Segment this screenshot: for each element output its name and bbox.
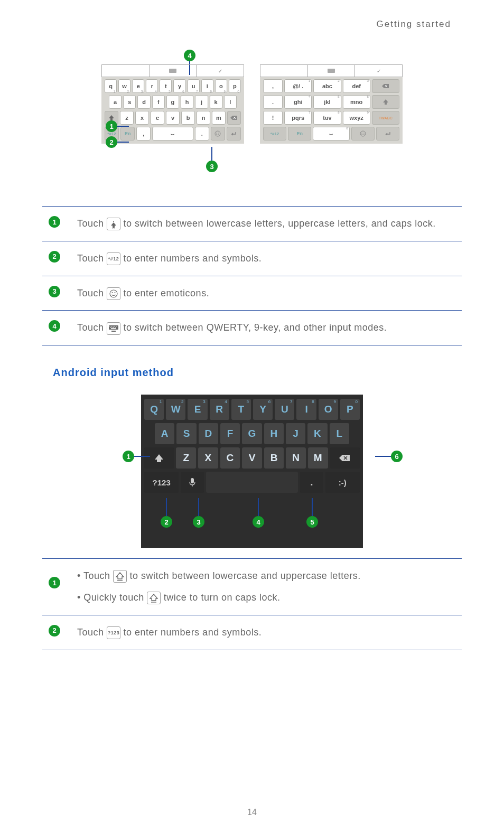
key-e[interactable]: e3: [132, 79, 144, 93]
key-h[interactable]: h: [181, 95, 193, 109]
svg-rect-22: [115, 327, 116, 327]
dropdown-icon[interactable]: ✓: [355, 65, 402, 77]
key-mno[interactable]: 6mno: [343, 95, 370, 109]
return-key[interactable]: [376, 127, 399, 141]
key-@/ .[interactable]: 1@/ .: [284, 79, 312, 93]
input-mode-icon[interactable]: [149, 65, 197, 77]
symbols-icon: ?123: [107, 626, 120, 639]
key-G[interactable]: G: [242, 423, 262, 444]
key-c[interactable]: c: [151, 111, 164, 125]
key-y[interactable]: y6: [173, 79, 185, 93]
comma-key[interactable]: ,: [136, 127, 151, 141]
period-key[interactable]: .: [300, 472, 323, 493]
key-k[interactable]: k: [210, 95, 222, 109]
page-number: 14: [247, 808, 257, 817]
key-A[interactable]: A: [155, 423, 174, 444]
key-f[interactable]: f: [152, 95, 165, 109]
return-key[interactable]: [227, 127, 241, 141]
alpha-key[interactable]: TWABC: [372, 111, 399, 125]
key-w[interactable]: w2: [118, 79, 130, 93]
key-q[interactable]: q1: [105, 79, 117, 93]
key-i[interactable]: i8: [201, 79, 213, 93]
list-badge-3: 3: [49, 286, 60, 297]
key-T[interactable]: T5: [231, 399, 251, 420]
key-,[interactable]: ,: [263, 79, 283, 93]
key-j[interactable]: j: [195, 95, 208, 109]
key-H[interactable]: H: [264, 423, 284, 444]
key-ghi[interactable]: 4ghi: [284, 95, 312, 109]
key-Q[interactable]: Q1: [144, 399, 164, 420]
dropdown-icon[interactable]: ✓: [197, 65, 244, 77]
key-n[interactable]: n: [197, 111, 210, 125]
desc-text-3: Touch to enter emoticons.: [77, 286, 209, 301]
key-L[interactable]: L: [330, 423, 349, 444]
key-J[interactable]: J: [286, 423, 305, 444]
backspace-key[interactable]: [227, 111, 241, 125]
key-r[interactable]: r4: [146, 79, 158, 93]
key-tuv[interactable]: 8tuv: [313, 111, 341, 125]
key-R[interactable]: R4: [210, 399, 229, 420]
key-def[interactable]: 3def: [343, 79, 370, 93]
key-N[interactable]: N: [286, 447, 306, 469]
key-![interactable]: !: [263, 111, 283, 125]
emoticon-key[interactable]: [211, 127, 225, 141]
key-v[interactable]: v: [166, 111, 180, 125]
key-I[interactable]: I8: [296, 399, 316, 420]
key-x[interactable]: x: [135, 111, 149, 125]
symbols-key[interactable]: ?123: [144, 472, 179, 493]
key-u[interactable]: u7: [188, 79, 200, 93]
svg-rect-25: [191, 478, 194, 483]
key-Y[interactable]: Y6: [253, 399, 273, 420]
backspace-key[interactable]: [372, 79, 399, 93]
svg-rect-18: [116, 326, 117, 326]
key-o[interactable]: o9: [215, 79, 227, 93]
key-O[interactable]: O9: [319, 399, 338, 420]
key-t[interactable]: t5: [160, 79, 172, 93]
emoticon-key[interactable]: [351, 127, 375, 141]
shift-key[interactable]: [372, 95, 399, 109]
key-Z[interactable]: Z: [176, 447, 196, 469]
key-P[interactable]: P0: [340, 399, 360, 420]
callout-a1: 1: [123, 451, 150, 462]
callout-a6: 6: [375, 451, 403, 462]
key-m[interactable]: m: [212, 111, 226, 125]
input-mode-icon[interactable]: [307, 65, 356, 77]
key-abc[interactable]: 2abc: [313, 79, 341, 93]
key-pqrs[interactable]: 7pqrs: [284, 111, 312, 125]
emoticon-key[interactable]: :-): [325, 472, 360, 493]
svg-point-1: [215, 131, 220, 136]
key-s[interactable]: s: [123, 95, 136, 109]
key-X[interactable]: X: [198, 447, 218, 469]
symbols-key[interactable]: *#12: [263, 127, 286, 141]
space-key[interactable]: [206, 472, 298, 493]
key-b[interactable]: b: [181, 111, 195, 125]
space-key[interactable]: ⌣: [152, 127, 193, 141]
lang-key[interactable]: En: [288, 127, 311, 141]
key-E[interactable]: E3: [188, 399, 207, 420]
backspace-key[interactable]: [330, 447, 360, 469]
period-key[interactable]: .: [195, 127, 209, 141]
desc-table-1: 1 Touch A to switch between lowercase le…: [42, 206, 462, 345]
voice-key[interactable]: [181, 472, 204, 493]
key-d[interactable]: d: [137, 95, 150, 109]
key-jkl[interactable]: 5jkl: [313, 95, 341, 109]
key-M[interactable]: M: [308, 447, 328, 469]
key-D[interactable]: D: [199, 423, 218, 444]
key-a[interactable]: a: [109, 95, 122, 109]
key-p[interactable]: p0: [229, 79, 241, 93]
key-g[interactable]: g: [166, 95, 179, 109]
key-.[interactable]: .: [263, 95, 283, 109]
key-F[interactable]: F: [220, 423, 240, 444]
kb-top-tabs: ✓: [260, 64, 403, 77]
desc-text-2: Touch *#12 to enter numbers and symbols.: [77, 251, 262, 266]
key-l[interactable]: l: [224, 95, 237, 109]
key-C[interactable]: C: [220, 447, 240, 469]
key-S[interactable]: S: [176, 423, 196, 444]
key-U[interactable]: U7: [275, 399, 294, 420]
key-K[interactable]: K: [307, 423, 327, 444]
key-W[interactable]: W2: [166, 399, 185, 420]
key-V[interactable]: V: [242, 447, 262, 469]
key-wxyz[interactable]: 9wxyz: [343, 111, 370, 125]
space-key[interactable]: ⌣0: [313, 127, 349, 141]
key-B[interactable]: B: [264, 447, 284, 469]
